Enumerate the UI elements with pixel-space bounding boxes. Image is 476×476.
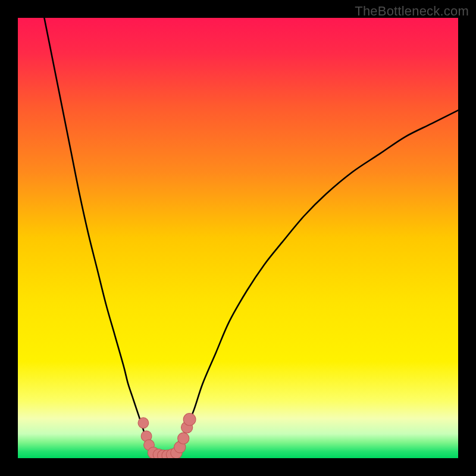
marker-dot [183, 414, 196, 426]
plot-area [18, 18, 458, 458]
watermark-text: TheBottleneck.com [355, 4, 469, 19]
bottom-markers [138, 414, 196, 458]
chart-svg [18, 18, 458, 458]
outer-frame: TheBottleneck.com [0, 0, 476, 476]
marker-dot [138, 418, 149, 428]
curve-right [176, 110, 458, 453]
curve-left [44, 18, 154, 454]
marker-dot [178, 433, 189, 444]
